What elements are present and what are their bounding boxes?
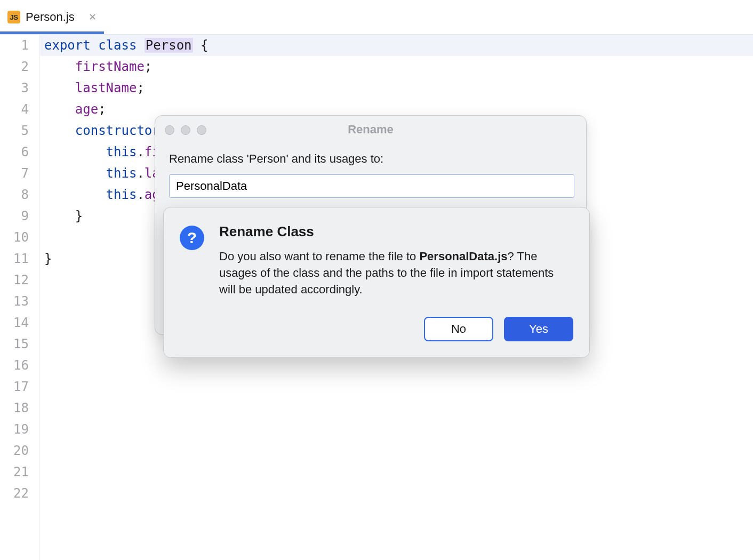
yes-button[interactable]: Yes [504, 317, 573, 341]
window-minimize-icon[interactable] [181, 125, 190, 135]
line-number: 1 [0, 35, 29, 56]
code-line[interactable] [40, 419, 753, 440]
tab-bar: JS Person.js ✕ [0, 0, 753, 35]
dialog-titlebar[interactable]: Rename [155, 116, 586, 143]
line-number: 19 [0, 419, 29, 440]
line-number: 6 [0, 141, 29, 163]
line-number: 18 [0, 397, 29, 419]
line-number: 14 [0, 312, 29, 333]
line-number: 4 [0, 99, 29, 120]
code-line[interactable]: lastName; [40, 77, 753, 99]
line-number: 20 [0, 440, 29, 461]
line-number: 5 [0, 120, 29, 141]
line-number: 13 [0, 291, 29, 312]
line-number: 9 [0, 205, 29, 227]
line-number: 21 [0, 461, 29, 483]
confirm-title: Rename Class [219, 223, 573, 240]
window-zoom-icon[interactable] [197, 125, 206, 135]
line-number: 11 [0, 248, 29, 269]
active-tab-indicator [0, 31, 104, 34]
js-file-icon: JS [7, 11, 20, 23]
file-tab[interactable]: JS Person.js ✕ [0, 0, 104, 34]
line-number: 2 [0, 56, 29, 77]
close-tab-icon[interactable]: ✕ [89, 11, 97, 23]
code-line[interactable] [40, 440, 753, 461]
code-line[interactable] [40, 483, 753, 504]
rename-class-confirm-dialog: ? Rename Class Do you also want to renam… [163, 207, 590, 358]
question-icon: ? [180, 226, 204, 250]
window-controls[interactable] [165, 125, 206, 135]
window-close-icon[interactable] [165, 125, 174, 135]
line-number: 17 [0, 376, 29, 397]
code-line[interactable] [40, 397, 753, 419]
line-number: 12 [0, 269, 29, 291]
line-number-gutter: 12345678910111213141516171819202122 [0, 35, 40, 560]
code-line[interactable]: firstName; [40, 56, 753, 77]
code-line[interactable]: export class Person { [40, 35, 753, 56]
confirm-message: Do you also want to rename the file to P… [219, 249, 573, 298]
line-number: 10 [0, 227, 29, 248]
line-number: 3 [0, 77, 29, 99]
line-number: 22 [0, 483, 29, 504]
code-line[interactable] [40, 376, 753, 397]
rename-label: Rename class 'Person' and its usages to: [169, 152, 572, 166]
rename-input[interactable] [169, 174, 574, 198]
line-number: 15 [0, 333, 29, 355]
line-number: 16 [0, 355, 29, 376]
tab-filename: Person.js [26, 10, 75, 24]
line-number: 7 [0, 163, 29, 184]
code-line[interactable] [40, 461, 753, 483]
dialog-title: Rename [155, 123, 586, 137]
no-button[interactable]: No [424, 317, 493, 341]
line-number: 8 [0, 184, 29, 205]
